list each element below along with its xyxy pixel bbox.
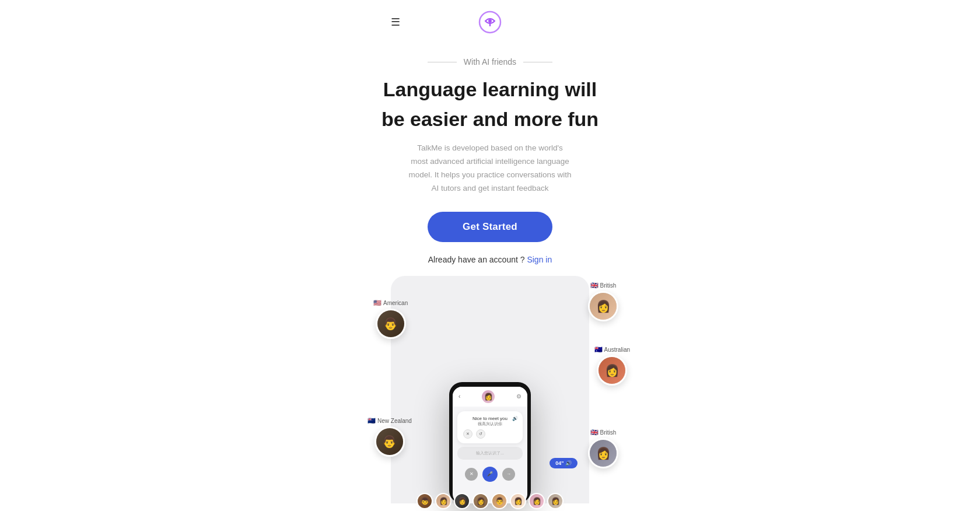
headline-line1: Language learning will [383, 77, 597, 102]
label-british-bottom: British [600, 429, 617, 436]
phone-top-bar: ‹ 👩 ⚙ [453, 387, 527, 407]
timer-value: 04" [555, 460, 564, 466]
label-british-top: British [600, 282, 617, 289]
back-arrow-icon: ‹ [459, 393, 460, 400]
bottom-avatar-1: 👦 [416, 493, 433, 509]
timer-badge: 04" 🔊 [550, 458, 578, 468]
flag-new-zealand: 🇳🇿 [368, 417, 376, 425]
logo [478, 10, 502, 34]
main-content: With AI friends Language learning will b… [0, 40, 980, 503]
section-label-text: With AI friends [464, 57, 516, 66]
flag-australian: 🇦🇺 [594, 346, 603, 354]
cancel-record-button[interactable]: ✕ [465, 468, 478, 481]
headline-easier: easier [410, 108, 467, 130]
recording-bar: ✕ 🎤 → [457, 463, 523, 485]
chat-actions: ✕ ↺ [463, 429, 517, 439]
signin-row: Already have an account ? Sign in [428, 255, 552, 264]
avatar-british-bottom: 🇬🇧 British 👩 [588, 429, 618, 468]
avatar-new-zealand: 🇳🇿 New Zealand 👨 [368, 417, 412, 457]
avatar-img-new-zealand: 👨 [374, 426, 405, 457]
bottom-avatars-row: 👦 👩 👩 👩 👨 👩 👩 👩 [416, 493, 564, 509]
headline-more-fun: more fun [514, 108, 598, 130]
phone-illustration-area: 🇺🇸 American 👨 🇬🇧 British 👩 🇦🇺 Australian [391, 276, 589, 503]
signin-link[interactable]: Sign in [527, 255, 552, 264]
message-english: Nice to meet you [463, 416, 517, 421]
avatar-american: 🇺🇸 American 👨 [373, 299, 408, 339]
audio-icon: 🔊 [512, 416, 518, 421]
menu-icon[interactable]: ☰ [391, 17, 400, 27]
phone-mockup: ‹ 👩 ⚙ Nice to meet you 很高兴认识你 🔊 ✕ ↺ [449, 382, 531, 503]
message-chinese: 很高兴认识你 [463, 421, 517, 427]
avatar-img-british-top: 👩 [588, 291, 618, 321]
bottom-avatar-8: 👩 [547, 493, 564, 509]
label-american: American [383, 300, 408, 306]
description-text: TalkMe is developed based on the world's… [408, 142, 572, 195]
header: ☰ [0, 0, 980, 40]
signin-prompt: Already have an account ? [428, 255, 525, 264]
label-australian: Australian [604, 346, 630, 353]
phone-settings-icon: ⚙ [516, 393, 522, 400]
send-button[interactable]: → [502, 468, 515, 481]
avatar-img-american: 👨 [376, 309, 406, 339]
label-line-left [428, 62, 457, 62]
replay-action-icon[interactable]: ↺ [476, 429, 485, 439]
close-action-icon[interactable]: ✕ [463, 429, 473, 439]
flag-british-bottom: 🇬🇧 [590, 429, 598, 436]
avatar-img-australian: 👩 [597, 355, 627, 386]
phone-screen: ‹ 👩 ⚙ Nice to meet you 很高兴认识你 🔊 ✕ ↺ [453, 387, 527, 503]
bottom-avatar-4: 👩 [473, 493, 489, 509]
phone-avatar: 👩 [482, 390, 495, 403]
headline-line2: be easier and more fun [382, 107, 598, 132]
flag-american: 🇺🇸 [373, 299, 382, 307]
record-button[interactable]: 🎤 [482, 467, 498, 482]
label-line-right [523, 62, 552, 62]
section-label: With AI friends [428, 57, 552, 66]
chat-bubble-message: Nice to meet you 很高兴认识你 🔊 ✕ ↺ [457, 411, 523, 443]
bottom-avatar-6: 👩 [510, 493, 526, 509]
bottom-avatar-5: 👨 [491, 493, 508, 509]
avatar-img-british-bottom: 👩 [588, 438, 618, 468]
user-input-display: 输入您认识了... [457, 447, 523, 460]
get-started-button[interactable]: Get Started [428, 212, 552, 242]
avatar-australian: 🇦🇺 Australian 👩 [594, 346, 630, 386]
logo-svg [478, 10, 502, 34]
chat-area: Nice to meet you 很高兴认识你 🔊 ✕ ↺ 输入您认识了... … [453, 407, 527, 490]
avatar-british-top: 🇬🇧 British 👩 [588, 282, 618, 321]
bottom-avatar-2: 👩 [435, 493, 452, 509]
bottom-avatar-3: 👩 [454, 493, 470, 509]
flag-british-top: 🇬🇧 [590, 282, 598, 289]
label-new-zealand: New Zealand [377, 418, 412, 424]
bottom-avatar-7: 👩 [528, 493, 545, 509]
